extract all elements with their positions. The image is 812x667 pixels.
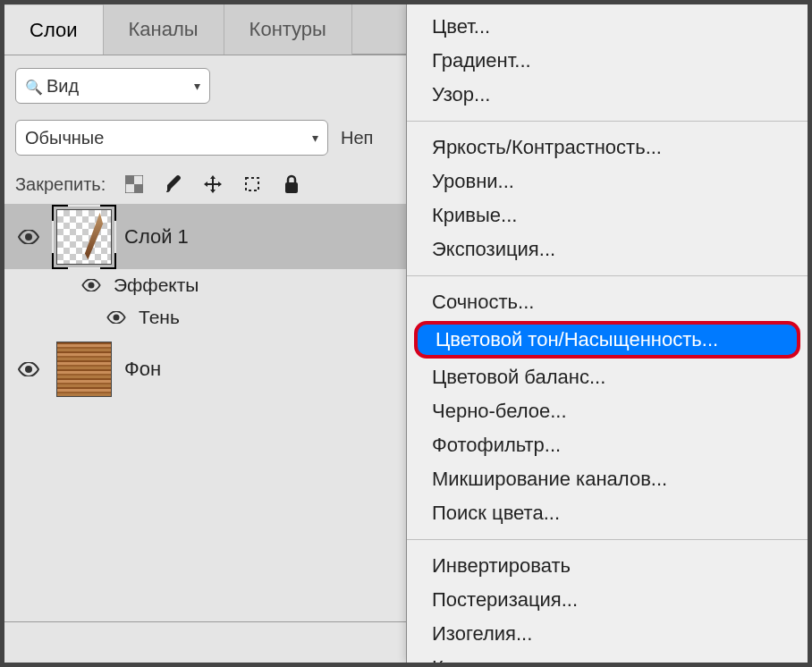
- svg-point-8: [89, 283, 95, 289]
- effects-label: Эффекты: [114, 274, 199, 296]
- layer-thumbnail[interactable]: [56, 209, 112, 265]
- lock-label: Закрепить:: [15, 174, 106, 195]
- menu-item-hue-saturation[interactable]: Цветовой тон/Насыщенность...: [414, 321, 800, 359]
- menu-item-color-balance[interactable]: Цветовой баланс...: [407, 360, 808, 394]
- menu-item-gradient-map[interactable]: Карта градиента...: [407, 651, 808, 663]
- tab-channels[interactable]: Каналы: [104, 4, 224, 55]
- layer-thumbnail[interactable]: [56, 342, 112, 397]
- menu-item-vibrance[interactable]: Сочность...: [407, 285, 808, 319]
- visibility-toggle[interactable]: [13, 230, 44, 244]
- lock-position-icon[interactable]: [202, 173, 224, 195]
- menu-item-exposure[interactable]: Экспозиция...: [407, 232, 808, 266]
- svg-rect-5: [246, 178, 258, 190]
- menu-item-channel-mixer[interactable]: Микширование каналов...: [407, 462, 808, 496]
- svg-point-9: [114, 315, 120, 321]
- layer-name[interactable]: Фон: [124, 358, 161, 381]
- menu-separator: [407, 121, 808, 122]
- menu-item-posterize[interactable]: Постеризация...: [407, 583, 808, 617]
- visibility-toggle[interactable]: [105, 311, 128, 324]
- blend-mode-label: Обычные: [25, 128, 104, 148]
- svg-rect-6: [285, 182, 298, 193]
- svg-point-7: [25, 233, 32, 241]
- chevron-down-icon: ▾: [194, 79, 200, 93]
- svg-point-10: [25, 366, 32, 373]
- menu-item-levels[interactable]: Уровни...: [407, 165, 808, 198]
- lock-all-icon[interactable]: [281, 173, 302, 195]
- visibility-toggle[interactable]: [80, 279, 103, 291]
- layer-name[interactable]: Слой 1: [124, 225, 189, 249]
- menu-item-gradient[interactable]: Градиент...: [407, 44, 808, 78]
- adjustment-context-menu: Цвет... Градиент... Узор... Яркость/Конт…: [406, 4, 808, 663]
- menu-separator: [407, 275, 808, 276]
- menu-item-curves[interactable]: Кривые...: [407, 198, 808, 232]
- chevron-down-icon: ▾: [312, 131, 318, 145]
- menu-item-black-white[interactable]: Черно-белое...: [407, 394, 808, 428]
- svg-rect-4: [134, 184, 143, 193]
- menu-item-pattern[interactable]: Узор...: [407, 78, 808, 112]
- tab-paths[interactable]: Контуры: [224, 4, 352, 55]
- menu-item-solid-color[interactable]: Цвет...: [407, 10, 808, 44]
- blend-mode-select[interactable]: Обычные ▾: [15, 120, 328, 156]
- menu-item-threshold[interactable]: Изогелия...: [407, 617, 808, 651]
- lock-artboard-icon[interactable]: [241, 173, 263, 195]
- svg-rect-3: [125, 175, 134, 184]
- tab-layers[interactable]: Слои: [4, 4, 104, 55]
- menu-item-photo-filter[interactable]: Фотофильтр...: [407, 428, 808, 462]
- menu-item-invert[interactable]: Инвертировать: [407, 549, 808, 583]
- lock-transparency-icon[interactable]: [123, 173, 145, 195]
- shadow-label: Тень: [139, 307, 180, 328]
- opacity-label: Неп: [341, 128, 373, 148]
- lock-paint-icon[interactable]: [163, 173, 184, 195]
- layer-kind-label: Вид: [47, 76, 194, 97]
- layer-kind-select[interactable]: Вид ▾: [15, 68, 210, 104]
- menu-item-brightness-contrast[interactable]: Яркость/Контрастность...: [407, 131, 808, 165]
- search-icon: [25, 76, 47, 97]
- menu-item-color-lookup[interactable]: Поиск цвета...: [407, 496, 808, 530]
- menu-separator: [407, 539, 808, 540]
- visibility-toggle[interactable]: [13, 362, 44, 376]
